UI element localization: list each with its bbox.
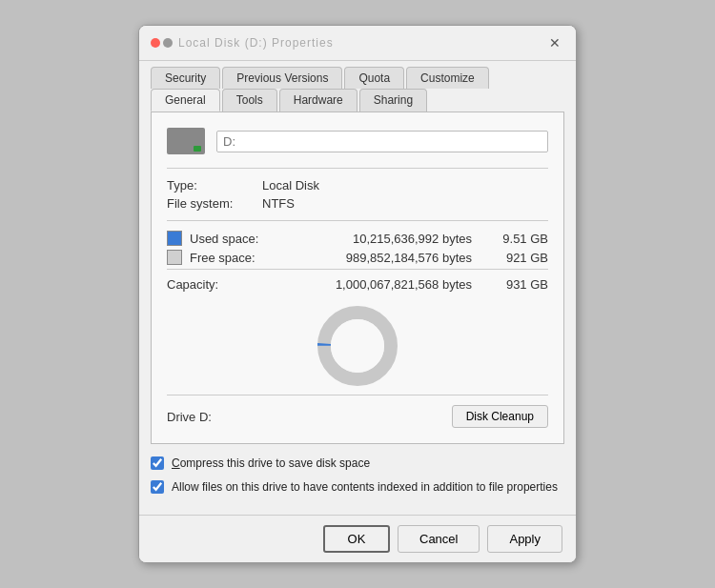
drive-icon — [167, 128, 205, 154]
used-space-row: Used space: 10,215,636,992 bytes 9.51 GB — [167, 231, 548, 246]
close-dot — [151, 38, 160, 48]
tab-customize[interactable]: Customize — [406, 67, 489, 89]
drive-header — [167, 128, 548, 154]
donut-chart — [315, 303, 400, 389]
ok-button[interactable]: OK — [323, 525, 390, 553]
minimize-dot — [163, 38, 173, 48]
type-label: Type: — [167, 178, 262, 193]
index-checkbox[interactable] — [151, 480, 164, 494]
properties-dialog: Local Disk (D:) Properties ✕ Security Pr… — [138, 25, 577, 563]
tab-general[interactable]: General — [151, 89, 220, 112]
disk-cleanup-button[interactable]: Disk Cleanup — [452, 405, 548, 428]
tab-sharing[interactable]: Sharing — [359, 89, 427, 112]
window-title: Local Disk (D:) Properties — [178, 36, 334, 50]
capacity-label: Capacity: — [167, 277, 272, 292]
filesystem-label: File system: — [167, 196, 262, 211]
tab-security[interactable]: Security — [151, 67, 220, 89]
free-space-indicator — [167, 250, 182, 265]
compress-checkbox-label: Compress this drive to save disk space — [172, 456, 370, 472]
window-controls — [151, 38, 173, 48]
tab-hardware[interactable]: Hardware — [279, 89, 358, 112]
apply-button[interactable]: Apply — [487, 525, 562, 553]
compress-checkbox[interactable] — [151, 456, 164, 470]
tab-previous-versions[interactable]: Previous Versions — [222, 67, 342, 89]
dialog-footer: OK Cancel Apply — [139, 515, 576, 562]
capacity-row: Capacity: 1,000,067,821,568 bytes 931 GB — [167, 269, 548, 292]
free-space-gb: 921 GB — [491, 251, 548, 265]
free-space-bytes: 989,852,184,576 bytes — [276, 251, 491, 265]
tab-tools[interactable]: Tools — [222, 89, 277, 112]
title-bar: Local Disk (D:) Properties ✕ — [139, 26, 576, 61]
drive-footer: Drive D: Disk Cleanup — [167, 395, 548, 428]
tabs-container: Security Previous Versions Quota Customi… — [139, 61, 576, 112]
used-space-gb: 9.51 GB — [491, 232, 548, 246]
chart-section — [167, 303, 548, 389]
checkboxes-section: Compress this drive to save disk space A… — [151, 444, 564, 515]
free-space-label: Free space: — [190, 251, 276, 265]
space-section: Used space: 10,215,636,992 bytes 9.51 GB… — [167, 220, 548, 292]
close-button[interactable]: ✕ — [545, 33, 564, 52]
index-checkbox-row: Allow files on this drive to have conten… — [151, 479, 564, 496]
filesystem-row: File system: NTFS — [167, 196, 548, 211]
title-bar-left: Local Disk (D:) Properties — [151, 36, 334, 50]
free-space-row: Free space: 989,852,184,576 bytes 921 GB — [167, 250, 548, 265]
drive-label: Drive D: — [167, 410, 212, 424]
tab-quota[interactable]: Quota — [344, 67, 404, 89]
tabs-row1: Security Previous Versions Quota Customi… — [151, 67, 564, 89]
index-checkbox-label: Allow files on this drive to have conten… — [172, 479, 558, 496]
type-row: Type: Local Disk — [167, 178, 548, 193]
tabs-row2: General Tools Hardware Sharing — [151, 89, 564, 112]
used-space-bytes: 10,215,636,992 bytes — [276, 232, 491, 246]
cancel-button[interactable]: Cancel — [398, 525, 480, 553]
capacity-bytes: 1,000,067,821,568 bytes — [272, 277, 491, 292]
used-space-indicator — [167, 231, 182, 246]
compress-checkbox-row: Compress this drive to save disk space — [151, 456, 564, 472]
main-content: Type: Local Disk File system: NTFS Used … — [151, 112, 564, 444]
info-section: Type: Local Disk File system: NTFS — [167, 168, 548, 211]
drive-name-input[interactable] — [216, 131, 548, 152]
type-value: Local Disk — [262, 178, 319, 193]
capacity-gb: 931 GB — [491, 277, 548, 292]
donut-svg — [315, 303, 400, 389]
filesystem-value: NTFS — [262, 196, 295, 211]
svg-point-2 — [331, 319, 384, 373]
used-space-label: Used space: — [190, 232, 276, 246]
